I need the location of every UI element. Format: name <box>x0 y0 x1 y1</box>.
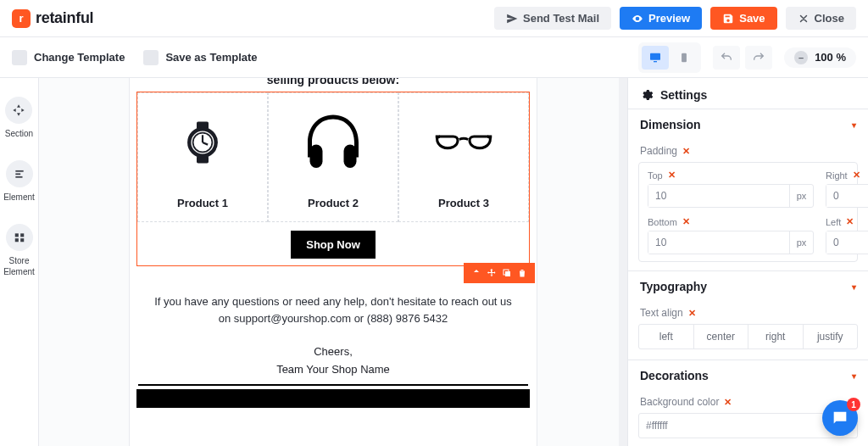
products-row: Product 1 Product 2 Produc <box>137 92 529 222</box>
top-bar: r retainful Send Test Mail Preview Save <box>0 0 868 37</box>
padding-right-input[interactable] <box>826 185 868 207</box>
text-align-label: Text align✕ <box>628 302 868 319</box>
rail-section[interactable]: Section <box>5 97 33 138</box>
product-name: Product 2 <box>308 197 359 209</box>
reset-padding-icon[interactable]: ✕ <box>682 146 690 157</box>
svg-rect-4 <box>15 173 20 175</box>
scrollbar[interactable] <box>619 78 627 446</box>
close-label: Close <box>815 12 844 25</box>
top-label: Top <box>648 170 663 181</box>
undo-button[interactable] <box>713 46 740 70</box>
chat-badge: 1 <box>847 398 860 411</box>
footer-black-block[interactable] <box>136 389 530 408</box>
padding-grid: Top✕ px Right✕ px Bottom✕ px Left✕ px <box>638 162 858 262</box>
decorations-section-header[interactable]: Decorations ▾ <box>628 360 868 391</box>
align-left-button[interactable]: left <box>639 325 694 348</box>
svg-rect-5 <box>15 176 22 178</box>
watch-icon <box>169 109 236 176</box>
product-cell-3[interactable]: Product 3 <box>398 92 529 222</box>
cheers-text: Cheers, <box>130 326 537 358</box>
dimension-title: Dimension <box>640 118 701 131</box>
right-label: Right <box>826 170 848 181</box>
redo-button[interactable] <box>745 46 772 70</box>
save-icon <box>722 13 734 25</box>
rail-element-label: Element <box>3 192 35 202</box>
close-button[interactable]: Close <box>786 7 856 30</box>
reset-right-icon[interactable]: ✕ <box>853 170 860 181</box>
rail-store-element[interactable]: Store Element <box>3 224 35 276</box>
chevron-down-icon: ▾ <box>852 282 856 292</box>
device-toggle <box>638 42 701 73</box>
settings-title: Settings <box>660 88 707 102</box>
unit-label: px <box>789 185 813 207</box>
brand-name: retainful <box>36 9 93 27</box>
reset-left-icon[interactable]: ✕ <box>846 216 854 227</box>
email-canvas[interactable]: selling products below: Product 1 <box>130 78 537 446</box>
reset-top-icon[interactable]: ✕ <box>668 170 676 181</box>
move-up-button[interactable] <box>469 266 484 280</box>
svg-rect-3 <box>15 170 23 172</box>
save-as-template-label: Save as Template <box>165 51 257 64</box>
change-template-button[interactable]: Change Template <box>12 50 125 65</box>
rail-section-label: Section <box>5 129 33 138</box>
section-icon <box>5 97 32 124</box>
decorations-title: Decorations <box>640 369 709 382</box>
template-bar: Change Template Save as Template – 10 <box>0 37 868 78</box>
zoom-control[interactable]: – 100 % <box>784 47 856 68</box>
canvas-area[interactable]: selling products below: Product 1 <box>39 78 627 446</box>
padding-bottom-input[interactable] <box>648 231 789 254</box>
desktop-view-button[interactable] <box>642 46 669 70</box>
typography-section-header[interactable]: Typography ▾ <box>628 270 868 302</box>
send-test-mail-button[interactable]: Send Test Mail <box>494 7 611 30</box>
svg-rect-2 <box>682 53 687 62</box>
reset-bottom-icon[interactable]: ✕ <box>682 216 690 227</box>
template-icon <box>12 50 27 65</box>
reset-align-icon[interactable]: ✕ <box>688 308 696 319</box>
move-button[interactable] <box>484 266 499 280</box>
shop-now-button[interactable]: Shop Now <box>291 231 376 259</box>
duplicate-button[interactable] <box>499 266 515 280</box>
zoom-value: 100 % <box>815 51 846 64</box>
padding-top-input[interactable] <box>648 185 789 207</box>
glasses-icon <box>430 109 498 176</box>
align-center-button[interactable]: center <box>694 325 749 348</box>
headphones-icon <box>299 109 367 176</box>
paper-plane-icon <box>506 13 518 25</box>
product-name: Product 1 <box>177 197 228 209</box>
left-label: Left <box>826 217 841 227</box>
product-cell-1[interactable]: Product 1 <box>137 92 268 222</box>
save-label: Save <box>739 12 765 25</box>
zoom-out-icon[interactable]: – <box>794 51 808 64</box>
selected-products-block[interactable]: Product 1 Product 2 Produc <box>136 92 530 266</box>
svg-rect-9 <box>20 238 24 242</box>
truncated-heading: selling products below: <box>130 78 537 92</box>
svg-rect-0 <box>650 53 660 59</box>
reset-bg-icon[interactable]: ✕ <box>724 397 732 408</box>
preview-button[interactable]: Preview <box>620 7 702 30</box>
unit-label: px <box>789 231 813 254</box>
save-button[interactable]: Save <box>710 7 776 30</box>
typography-title: Typography <box>640 280 707 293</box>
delete-button[interactable] <box>515 266 530 280</box>
template-add-icon <box>143 50 159 65</box>
block-toolbar <box>464 263 535 283</box>
padding-left-input[interactable] <box>826 231 868 254</box>
product-name: Product 3 <box>438 197 489 209</box>
change-template-label: Change Template <box>34 51 125 64</box>
mobile-view-button[interactable] <box>670 46 698 70</box>
bottom-label: Bottom <box>648 217 677 227</box>
align-justify-button[interactable]: justify <box>804 325 858 348</box>
save-as-template-button[interactable]: Save as Template <box>143 50 257 65</box>
divider-block[interactable] <box>138 384 528 386</box>
rail-element[interactable]: Element <box>3 160 35 202</box>
store-element-icon <box>6 224 33 251</box>
footer-text: If you have any questions or need any he… <box>130 283 537 326</box>
padding-label: Padding✕ <box>628 140 868 157</box>
align-right-button[interactable]: right <box>748 325 804 348</box>
svg-rect-7 <box>20 233 24 237</box>
chevron-down-icon: ▾ <box>852 120 856 130</box>
product-cell-2[interactable]: Product 2 <box>268 92 398 222</box>
chat-launcher[interactable]: 1 <box>822 400 858 436</box>
dimension-section-header[interactable]: Dimension ▾ <box>628 109 868 140</box>
eye-icon <box>632 13 643 25</box>
